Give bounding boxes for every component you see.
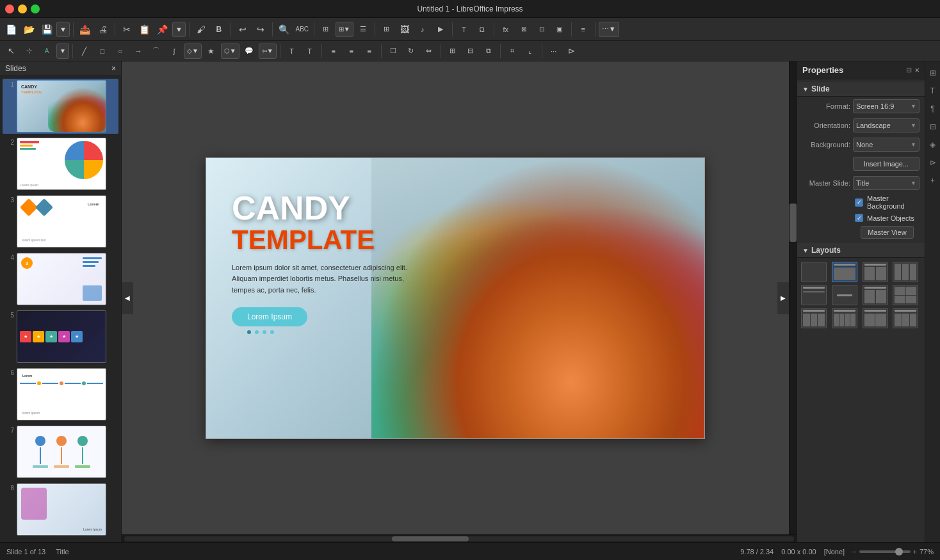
slide-thumb-1[interactable]: 1 CANDY TEMPLATE	[3, 79, 118, 134]
slide-thumb-5[interactable]: 5 ★ ★ ★ ★ ★	[3, 309, 118, 364]
layout-11[interactable]	[863, 308, 888, 328]
group-btn[interactable]: ⊞	[444, 43, 461, 60]
zoom-out-icon[interactable]: −	[852, 548, 856, 556]
layout-4[interactable]	[893, 262, 918, 282]
rotate-btn[interactable]: ↻	[403, 43, 419, 60]
h-scroll-thumb[interactable]	[392, 536, 469, 541]
prev-slide-button[interactable]: ◀	[122, 282, 133, 314]
layout-10[interactable]	[832, 308, 857, 328]
slide-thumb-3[interactable]: 3 Lorem lorem ipsum text	[3, 194, 118, 249]
export-button[interactable]: 📤	[77, 21, 93, 38]
curve-tool[interactable]: ∫	[166, 43, 182, 60]
table-button[interactable]: ⊞	[378, 21, 395, 38]
slide-cta-button[interactable]: Lorem Ipsum	[232, 307, 307, 326]
more-dropdown[interactable]: ⋯▼	[599, 22, 619, 37]
open-button[interactable]: 📂	[20, 21, 37, 38]
properties-close-button[interactable]: ×	[914, 65, 920, 75]
new-button[interactable]: 📄	[3, 21, 19, 38]
zoom-in-icon[interactable]: +	[913, 548, 917, 556]
video-button[interactable]: ▶	[432, 21, 449, 38]
slide-thumb-7[interactable]: 7	[3, 424, 118, 479]
callout-tool[interactable]: 💬	[241, 43, 257, 60]
align-center-btn[interactable]: ≡	[343, 43, 360, 60]
align-left-btn[interactable]: ≡	[325, 43, 342, 60]
image-button[interactable]: 🖼	[396, 21, 413, 38]
find-button[interactable]: 🔍	[276, 21, 293, 38]
master-slide-dropdown[interactable]: Title ▼	[853, 176, 920, 190]
view-outline-button[interactable]: ☰	[355, 21, 371, 38]
layout-9[interactable]	[801, 308, 827, 328]
formula-button[interactable]: fx	[498, 21, 514, 38]
zoom-slider[interactable]	[859, 550, 911, 553]
layouts-section-header[interactable]: ▼ Layouts	[797, 243, 925, 258]
paste-button[interactable]: 📌	[154, 21, 171, 38]
master-background-checkbox[interactable]: ✓	[855, 198, 863, 207]
insert-image-button[interactable]: Insert Image...	[853, 157, 920, 171]
select-tool[interactable]: ↖	[3, 43, 19, 60]
audio-button[interactable]: ♪	[414, 21, 431, 38]
undo-button[interactable]: ↩	[234, 21, 251, 38]
slide-transition-icon[interactable]: ⊳	[927, 156, 939, 169]
arrange-btn[interactable]: ⧉	[480, 43, 497, 60]
slide-thumb-6[interactable]: 6 Lorem lorem ipsum	[3, 367, 118, 422]
layout-6[interactable]	[832, 285, 857, 305]
bold-button[interactable]: B	[211, 21, 227, 38]
animation-icon[interactable]: ◈	[927, 138, 939, 151]
slide-thumb-8[interactable]: 8 Lorem ipsum	[3, 482, 118, 537]
slide-thumb-4[interactable]: 4 3	[3, 252, 118, 307]
line-tool[interactable]: ╱	[76, 43, 93, 60]
vertical-text-tool[interactable]: T	[302, 43, 318, 60]
close-button[interactable]	[5, 4, 14, 13]
orientation-dropdown[interactable]: Landscape ▼	[853, 118, 920, 132]
redo-button[interactable]: ↪	[252, 21, 269, 38]
insert-icon[interactable]: +	[927, 174, 939, 187]
layout-8[interactable]	[893, 285, 918, 305]
view-dropdown[interactable]: ⊞▼	[336, 22, 353, 37]
slide-thumb-2[interactable]: 2 Lorem ipsum	[3, 136, 118, 191]
ellipse-tool[interactable]: ○	[112, 43, 129, 60]
layout-title-content[interactable]	[832, 262, 857, 282]
master-objects-checkbox[interactable]: ✓	[855, 214, 863, 222]
layout-3[interactable]	[863, 262, 888, 282]
layout-12[interactable]	[893, 308, 918, 328]
slide-button[interactable]: ▣	[551, 21, 568, 38]
properties-resize-icon[interactable]: ⊟	[906, 66, 912, 74]
symbol-button[interactable]: Ω	[474, 21, 490, 38]
select-all-tool[interactable]: ⊹	[20, 43, 37, 60]
slides-panel-close[interactable]: ×	[111, 64, 116, 73]
horizontal-scrollbar[interactable]	[122, 534, 797, 542]
shapes-dropdown[interactable]: ◇▼	[184, 44, 202, 59]
next-slide-button[interactable]: ▶	[777, 282, 789, 314]
spellcheck-button[interactable]: ABC	[294, 21, 311, 38]
line-color-button[interactable]: A	[38, 43, 55, 60]
copy-button[interactable]: 📋	[136, 21, 153, 38]
layout-7[interactable]	[863, 285, 888, 305]
arrow-tool[interactable]: →	[130, 43, 147, 60]
expand-btn[interactable]: ⊳	[563, 43, 580, 60]
special1-button[interactable]: ⊠	[515, 21, 532, 38]
paste-dropdown[interactable]: ▼	[172, 22, 186, 37]
slide-section-header[interactable]: ▼ Slide	[797, 82, 925, 97]
layout-5[interactable]	[801, 285, 827, 305]
print-button[interactable]: 🖨	[95, 21, 111, 38]
crop-btn[interactable]: ⌗	[504, 43, 521, 60]
layout-blank[interactable]	[801, 262, 827, 282]
minimize-button[interactable]	[18, 4, 27, 13]
textbox-tool2[interactable]: T	[284, 43, 300, 60]
align-right-btn[interactable]: ≡	[361, 43, 378, 60]
special2-button[interactable]: ⊡	[533, 21, 550, 38]
block-arrows-dropdown[interactable]: ⇦▼	[259, 44, 277, 59]
grid-button[interactable]: ⊞	[318, 21, 334, 38]
save-dropdown[interactable]: ▼	[56, 22, 70, 37]
canvas-area[interactable]: ◀ ▶ CANDY TEMPLATE Lorem ipsum dolor sit…	[122, 61, 789, 534]
cut-button[interactable]: ✂	[118, 21, 135, 38]
footer-button[interactable]: ≡	[575, 21, 592, 38]
flip-btn[interactable]: ⇔	[421, 43, 437, 60]
format-paint-button[interactable]: 🖌	[193, 21, 209, 38]
ungroup-btn[interactable]: ⊟	[462, 43, 479, 60]
flowchart-dropdown[interactable]: ⬡▼	[221, 44, 239, 59]
connector-tool[interactable]: ⌒	[148, 43, 165, 60]
mask-btn[interactable]: ⌞	[522, 43, 539, 60]
points-btn[interactable]: ·∙·	[546, 43, 562, 60]
character-icon[interactable]: T	[927, 84, 939, 97]
